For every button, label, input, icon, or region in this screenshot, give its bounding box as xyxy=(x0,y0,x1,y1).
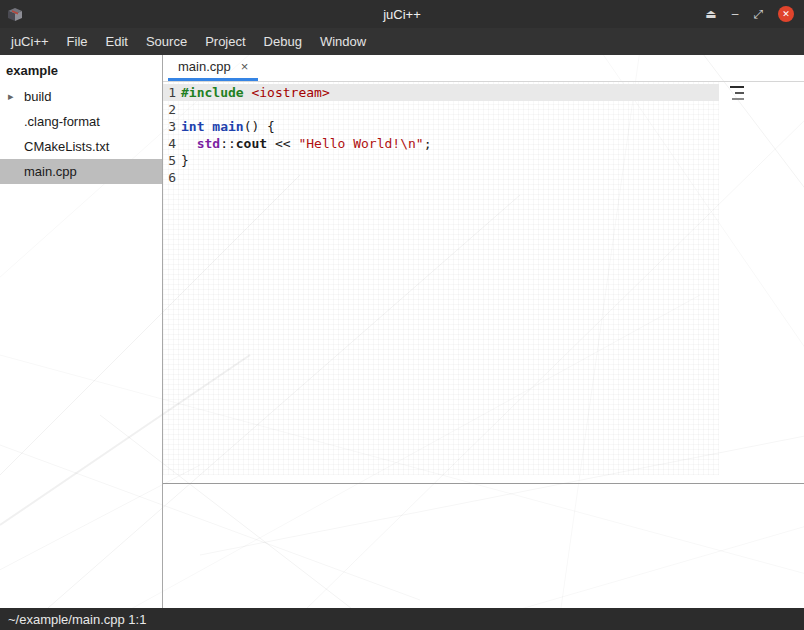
window-title: juCi++ xyxy=(0,7,804,22)
menu-item-file[interactable]: File xyxy=(58,28,97,55)
code-token: std xyxy=(197,136,220,151)
status-bar: ~/example/main.cpp 1:1 xyxy=(0,608,804,630)
restore-button[interactable]: ⤢ xyxy=(753,8,763,20)
minimap-mark xyxy=(735,92,744,94)
tree-item-cmakelists-txt[interactable]: CMakeLists.txt xyxy=(0,134,162,159)
code-line-text: std::cout << "Hello World!\n"; xyxy=(181,135,431,152)
eject-button[interactable]: ⏏ xyxy=(705,8,716,20)
menu-item-source[interactable]: Source xyxy=(137,28,196,55)
content-area: example ▸build.clang-formatCMakeLists.tx… xyxy=(0,55,804,608)
menu-item-edit[interactable]: Edit xyxy=(97,28,137,55)
code-token: << xyxy=(267,136,298,151)
code-token xyxy=(181,136,197,151)
tree-item-clang-format[interactable]: .clang-format xyxy=(0,109,162,134)
code-line-text: } xyxy=(181,152,189,169)
output-panel[interactable] xyxy=(163,485,804,608)
minimap-mark xyxy=(730,86,744,88)
menu-bar: juCi++FileEditSourceProjectDebugWindow xyxy=(0,28,804,55)
code-token: <iostream> xyxy=(251,85,329,100)
code-line-5[interactable]: 5} xyxy=(163,152,719,169)
file-tree: ▸build.clang-formatCMakeLists.txtmain.cp… xyxy=(0,84,162,184)
minimize-button[interactable]: – xyxy=(732,8,739,20)
menu-item-juci[interactable]: juCi++ xyxy=(2,28,58,55)
title-bar: juCi++ ⏏–⤢✕ xyxy=(0,0,804,28)
app-logo-icon xyxy=(6,6,24,23)
code-token: ; xyxy=(424,136,432,151)
tree-item-build[interactable]: ▸build xyxy=(0,84,162,109)
tree-item-label: build xyxy=(24,89,51,104)
code-token: #include xyxy=(181,85,244,100)
app-window: juCi++ ⏏–⤢✕ juCi++FileEditSourceProjectD… xyxy=(0,0,804,630)
line-number: 6 xyxy=(163,169,176,186)
editor-pane[interactable]: 1#include <iostream>23int main() {4 std:… xyxy=(163,82,804,483)
code-token: "Hello World!\n" xyxy=(298,136,423,151)
line-number: 4 xyxy=(163,135,176,152)
code-token: :: xyxy=(220,136,236,151)
code-area[interactable]: 1#include <iostream>23int main() {4 std:… xyxy=(163,82,804,186)
menu-item-project[interactable]: Project xyxy=(196,28,254,55)
menu-item-debug[interactable]: Debug xyxy=(255,28,311,55)
editor-column: main.cpp× 1#include <iostream>23int main… xyxy=(163,55,804,608)
expander-icon[interactable]: ▸ xyxy=(8,90,14,103)
code-token: } xyxy=(181,153,189,168)
line-number: 2 xyxy=(163,101,176,118)
tab-label: main.cpp xyxy=(178,59,231,74)
tree-item-label: main.cpp xyxy=(24,164,77,179)
close-button[interactable]: ✕ xyxy=(778,6,794,22)
minimap-mark xyxy=(732,98,744,100)
project-root-label: example xyxy=(0,55,162,84)
tree-item-label: CMakeLists.txt xyxy=(24,139,109,154)
code-line-text: int main() { xyxy=(181,118,275,135)
window-controls: ⏏–⤢✕ xyxy=(705,6,794,22)
tab-close-icon[interactable]: × xyxy=(241,59,249,74)
code-token: int xyxy=(181,119,204,134)
code-token: main xyxy=(212,119,243,134)
tree-item-main-cpp[interactable]: main.cpp xyxy=(0,159,162,184)
minimap xyxy=(730,86,744,100)
line-number: 1 xyxy=(163,84,176,101)
code-line-1[interactable]: 1#include <iostream> xyxy=(163,84,719,101)
tab-bar: main.cpp× xyxy=(163,55,804,82)
code-line-3[interactable]: 3int main() { xyxy=(163,118,719,135)
code-line-2[interactable]: 2 xyxy=(163,101,719,118)
code-line-4[interactable]: 4 std::cout << "Hello World!\n"; xyxy=(163,135,719,152)
tab-main-cpp[interactable]: main.cpp× xyxy=(168,55,258,81)
code-line-6[interactable]: 6 xyxy=(163,169,719,186)
file-tree-panel: example ▸build.clang-formatCMakeLists.tx… xyxy=(0,55,163,608)
code-token: cout xyxy=(236,136,267,151)
status-file-position: ~/example/main.cpp 1:1 xyxy=(8,612,146,627)
code-line-text: #include <iostream> xyxy=(181,84,330,101)
line-number: 5 xyxy=(163,152,176,169)
line-number: 3 xyxy=(163,118,176,135)
tree-item-label: .clang-format xyxy=(24,114,100,129)
code-token: () { xyxy=(244,119,275,134)
menu-item-window[interactable]: Window xyxy=(311,28,375,55)
